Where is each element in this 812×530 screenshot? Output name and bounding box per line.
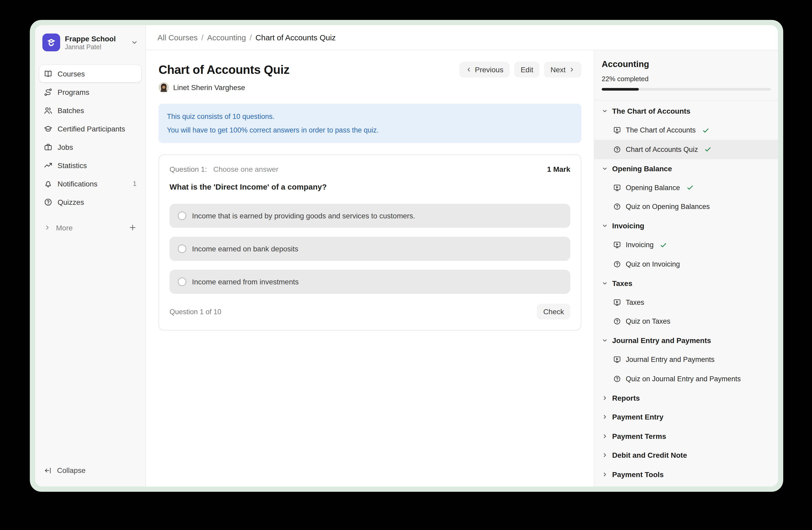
banner-line-1: This quiz consists of 10 questions. xyxy=(167,110,573,123)
banner-line-2: You will have to get 100% correct answer… xyxy=(167,123,573,137)
outline-item-quiz-on-invoicing[interactable]: Quiz on Invoicing xyxy=(594,254,778,274)
outline-item-quiz-on-journal-entry-and-payments[interactable]: Quiz on Journal Entry and Payments xyxy=(594,369,778,388)
answer-option-1[interactable]: Income that is earned by providing goods… xyxy=(170,204,570,228)
answer-option-label: Income that is earned by providing goods… xyxy=(192,212,415,220)
check-button-label: Check xyxy=(543,308,564,316)
sidebar-item-statistics[interactable]: Statistics xyxy=(39,157,141,174)
chevron-right-icon xyxy=(569,67,575,73)
answer-option-2[interactable]: Income earned on bank deposits xyxy=(170,237,570,261)
lesson-label: Quiz on Invoicing xyxy=(626,260,680,268)
course-panel-header: Accounting 22% completed xyxy=(594,50,778,100)
sidebar-item-more[interactable]: More xyxy=(39,219,141,236)
section-title: Journal Entry and Payments xyxy=(612,336,711,345)
video-lesson-icon xyxy=(613,298,621,306)
outline-section-payment-terms[interactable]: Payment Terms xyxy=(594,427,778,446)
collapse-label: Collapse xyxy=(57,466,86,474)
sidebar-item-notifications[interactable]: Notifications 1 xyxy=(39,175,141,192)
chevron-down-icon xyxy=(602,280,608,287)
outline-section-journal-entry-and-payments[interactable]: Journal Entry and Payments xyxy=(594,331,778,350)
outline-section-reports[interactable]: Reports xyxy=(594,388,778,407)
course-progress-bar xyxy=(602,88,771,90)
check-button[interactable]: Check xyxy=(537,304,570,320)
section-title: Debit and Credit Note xyxy=(612,451,687,460)
outline-item-taxes[interactable]: Taxes xyxy=(594,293,778,312)
sidebar-nav: Courses Programs Batches Certified Parti… xyxy=(39,65,141,211)
sidebar-item-batches[interactable]: Batches xyxy=(39,102,141,119)
previous-button[interactable]: Previous xyxy=(459,62,510,78)
course-outline-panel: Accounting 22% completed The Chart of Ac… xyxy=(594,50,778,487)
next-button[interactable]: Next xyxy=(544,62,581,78)
video-lesson-icon xyxy=(613,126,621,134)
user-name: Jannat Patel xyxy=(65,43,126,51)
radio-button[interactable] xyxy=(178,278,186,286)
sidebar-item-quizzes[interactable]: Quizzes xyxy=(39,193,141,211)
radio-button[interactable] xyxy=(178,212,186,220)
sidebar-item-programs[interactable]: Programs xyxy=(39,83,141,100)
outline-section-debit-and-credit-note[interactable]: Debit and Credit Note xyxy=(594,446,778,465)
breadcrumb-accounting[interactable]: Accounting xyxy=(207,33,246,42)
outline-item-quiz-on-opening-balances[interactable]: Quiz on Opening Balances xyxy=(594,197,778,216)
chevron-down-icon xyxy=(602,108,608,114)
breadcrumb-all-courses[interactable]: All Courses xyxy=(158,33,198,42)
question-progress: Question 1 of 10 xyxy=(170,308,221,316)
next-button-label: Next xyxy=(550,66,566,74)
topbar: All Courses/Accounting/Chart of Accounts… xyxy=(146,25,778,50)
users-icon xyxy=(44,106,52,114)
section-title: Payment Entry xyxy=(612,413,663,421)
outline-section-the-chart-of-accounts[interactable]: The Chart of Accounts xyxy=(594,102,778,121)
lesson-label: Chart of Accounts Quiz xyxy=(626,145,698,153)
outline-item-chart-of-accounts-quiz[interactable]: Chart of Accounts Quiz xyxy=(594,140,778,159)
edit-button[interactable]: Edit xyxy=(514,62,539,78)
section-title: Payment Terms xyxy=(612,432,666,441)
outline-section-payment-tools[interactable]: Payment Tools xyxy=(594,465,778,484)
outline-item-journal-entry-and-payments[interactable]: Journal Entry and Payments xyxy=(594,350,778,369)
sidebar-item-jobs[interactable]: Jobs xyxy=(39,138,141,155)
breadcrumb-separator: / xyxy=(249,33,252,42)
lesson-label: Journal Entry and Payments xyxy=(626,356,714,364)
plus-icon[interactable] xyxy=(129,224,136,232)
check-icon xyxy=(686,184,694,192)
outline-section-taxes[interactable]: Taxes xyxy=(594,274,778,293)
outline-item-quiz-on-taxes[interactable]: Quiz on Taxes xyxy=(594,312,778,331)
book-open-icon xyxy=(44,69,52,78)
avatar xyxy=(159,82,169,93)
chevron-left-icon xyxy=(465,67,472,73)
sidebar-item-label: Quizzes xyxy=(58,198,84,206)
sidebar-item-certified-participants[interactable]: Certified Participants xyxy=(39,120,141,137)
outline-item-the-chart-of-accounts[interactable]: The Chart of Accounts xyxy=(594,121,778,140)
radio-button[interactable] xyxy=(178,245,186,253)
quiz-icon xyxy=(613,318,621,325)
school-switcher[interactable]: Frappe School Jannat Patel xyxy=(39,30,141,54)
quiz-header: Chart of Accounts Quiz Previous Edit xyxy=(159,62,581,78)
collapse-sidebar-button[interactable]: Collapse xyxy=(39,461,141,479)
more-label: More xyxy=(56,223,73,232)
sidebar-item-label: Batches xyxy=(58,106,84,114)
question-text: What is the 'Direct Income' of a company… xyxy=(170,182,570,192)
sidebar-item-courses[interactable]: Courses xyxy=(39,65,141,82)
breadcrumb: All Courses/Accounting/Chart of Accounts… xyxy=(158,33,336,42)
outline-item-invoicing[interactable]: Invoicing xyxy=(594,235,778,254)
chevron-right-icon xyxy=(602,452,608,459)
sidebar-item-label: Statistics xyxy=(58,161,87,169)
chevron-down-icon xyxy=(131,39,138,46)
section-title: Payment Tools xyxy=(612,470,664,479)
outline-section-invoicing[interactable]: Invoicing xyxy=(594,216,778,235)
chevron-down-icon xyxy=(602,337,608,344)
breadcrumb-separator: / xyxy=(201,33,203,42)
quiz-info-banner: This quiz consists of 10 questions. You … xyxy=(159,104,581,143)
breadcrumb-chart-of-accounts-quiz: Chart of Accounts Quiz xyxy=(256,33,336,42)
question-card: Question 1: Choose one answer 1 Mark Wha… xyxy=(159,155,581,331)
main-content: Chart of Accounts Quiz Previous Edit xyxy=(146,50,594,487)
chevron-right-icon xyxy=(602,433,608,440)
outline-section-opening-balance[interactable]: Opening Balance xyxy=(594,159,778,178)
sidebar-item-label: Certified Participants xyxy=(58,124,125,133)
section-title: The Chart of Accounts xyxy=(612,107,690,115)
outline-section-payment-entry[interactable]: Payment Entry xyxy=(594,407,778,427)
school-name: Frappe School xyxy=(65,34,126,43)
quiz-icon xyxy=(613,260,621,268)
check-icon xyxy=(660,241,667,249)
answer-option-3[interactable]: Income earned from investments xyxy=(170,270,570,294)
quiz-nav-buttons: Previous Edit Next xyxy=(459,62,581,78)
screen: Frappe School Jannat Patel Courses Progr… xyxy=(0,0,812,530)
outline-item-opening-balance[interactable]: Opening Balance xyxy=(594,178,778,197)
